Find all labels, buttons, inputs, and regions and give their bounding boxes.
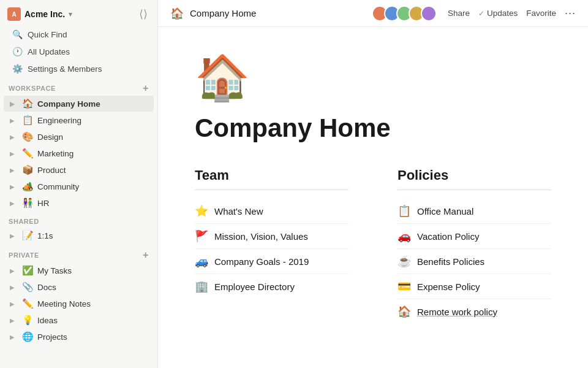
sidebar-item-company-home[interactable]: ▶ 🏠 Company Home bbox=[4, 96, 154, 112]
workspace-header: A Acme Inc. ▾ ⟨⟩ bbox=[0, 0, 157, 26]
workspace-section-label: WORKSPACE + bbox=[0, 77, 157, 95]
item-icon: 🎨 bbox=[22, 131, 34, 142]
item-label: Docs bbox=[37, 283, 56, 292]
policies-list: 📋 Office Manual 🚗 Vacation Policy ☕ Bene… bbox=[398, 199, 551, 324]
page-body: 🏠 Company Home Team ⭐ What's New 🚩 Missi… bbox=[158, 27, 588, 348]
team-list-item[interactable]: ⭐ What's New bbox=[195, 199, 349, 224]
sidebar-item-hr[interactable]: ▶ 👫 HR bbox=[4, 195, 154, 211]
settings-item[interactable]: ⚙️ Settings & Members bbox=[4, 61, 154, 77]
sidebar-item-docs[interactable]: ▶ 📎 Docs bbox=[4, 279, 154, 295]
list-item-icon: 🚗 bbox=[398, 229, 411, 243]
team-list-item[interactable]: 🚩 Mission, Vision, Values bbox=[195, 224, 349, 249]
sidebar-item-marketing[interactable]: ▶ ✏️ Marketing bbox=[4, 145, 154, 161]
topbar-title: Company Home bbox=[190, 8, 366, 18]
list-item-icon: 🚩 bbox=[195, 229, 208, 243]
settings-label: Settings & Members bbox=[28, 64, 102, 74]
quick-find-label: Quick Find bbox=[28, 30, 67, 39]
policies-list-item[interactable]: 🚗 Vacation Policy bbox=[398, 224, 551, 249]
main-content: 🏠 Company Home Share ✓ Updates Favorite … bbox=[158, 0, 588, 368]
favorite-label: Favorite bbox=[526, 9, 556, 18]
add-private-button[interactable]: + bbox=[143, 250, 149, 260]
sidebar-item-design[interactable]: ▶ 🎨 Design bbox=[4, 129, 154, 145]
item-label: Community bbox=[37, 182, 79, 191]
chevron-right-icon: ▶ bbox=[10, 101, 18, 107]
all-updates-label: All Updates bbox=[28, 47, 70, 56]
item-icon: 💡 bbox=[22, 315, 34, 326]
sidebar-item-1-1s[interactable]: ▶ 📝 1:1s bbox=[4, 228, 154, 243]
more-options-button[interactable]: ··· bbox=[565, 7, 576, 20]
all-updates-item[interactable]: 🕐 All Updates bbox=[4, 44, 154, 59]
team-list-item[interactable]: 🏢 Employee Directory bbox=[195, 274, 349, 299]
sidebar-item-projects[interactable]: ▶ 🌐 Projects bbox=[4, 329, 154, 345]
policies-list-item[interactable]: 🏠 Remote work policy bbox=[398, 299, 551, 324]
list-item-icon: 💳 bbox=[398, 280, 411, 293]
item-label: Meeting Notes bbox=[37, 299, 91, 309]
list-item-label: Benefits Policies bbox=[417, 256, 484, 267]
chevron-right-icon: ▶ bbox=[10, 284, 18, 291]
list-item-icon: ☕ bbox=[398, 255, 411, 268]
item-icon: 📦 bbox=[22, 164, 34, 175]
policies-list-item[interactable]: 📋 Office Manual bbox=[398, 199, 551, 224]
add-workspace-button[interactable]: + bbox=[143, 83, 149, 93]
updates-button[interactable]: ✓ Updates bbox=[478, 9, 518, 18]
workspace-items-list: ▶ 🏠 Company Home ▶ 📋 Engineering ▶ 🎨 Des… bbox=[0, 95, 157, 212]
private-items-list: ▶ ✅ My Tasks ▶ 📎 Docs ▶ ✏️ Meeting Notes… bbox=[0, 262, 157, 345]
gear-icon: ⚙️ bbox=[12, 64, 23, 74]
page-icon: 🏠 bbox=[170, 7, 184, 20]
item-label: Engineering bbox=[37, 116, 81, 125]
chevron-right-icon: ▶ bbox=[10, 167, 18, 174]
item-label: Product bbox=[37, 166, 66, 175]
share-label: Share bbox=[448, 9, 470, 18]
list-item-icon: 🏢 bbox=[195, 280, 208, 293]
workspace-name-label: Acme Inc. bbox=[24, 9, 65, 19]
chevron-right-icon: ▶ bbox=[10, 200, 18, 207]
item-icon: 🌐 bbox=[22, 331, 34, 342]
quick-find-item[interactable]: 🔍 Quick Find bbox=[4, 26, 154, 42]
favorite-button[interactable]: Favorite bbox=[526, 9, 556, 18]
item-icon: 📝 bbox=[22, 230, 34, 241]
sidebar-item-my-tasks[interactable]: ▶ ✅ My Tasks bbox=[4, 263, 154, 278]
item-icon: 🏕️ bbox=[22, 181, 34, 192]
item-label: Company Home bbox=[37, 99, 100, 109]
item-label: Design bbox=[37, 132, 63, 142]
policies-section-title: Policies bbox=[398, 167, 551, 190]
list-item-label: Remote work policy bbox=[417, 307, 497, 317]
item-icon: 📎 bbox=[22, 282, 34, 293]
list-item-icon: 🏠 bbox=[398, 305, 411, 318]
collaborator-avatars bbox=[372, 6, 437, 21]
workspace-name[interactable]: A Acme Inc. ▾ bbox=[7, 7, 72, 21]
item-icon: 📋 bbox=[22, 115, 34, 126]
list-item-icon: 🚙 bbox=[195, 255, 208, 268]
sidebar-item-engineering[interactable]: ▶ 📋 Engineering bbox=[4, 112, 154, 128]
policies-list-item[interactable]: ☕ Benefits Policies bbox=[398, 249, 551, 274]
shared-section-label: SHARED bbox=[0, 212, 157, 227]
item-icon: 🏠 bbox=[22, 98, 34, 109]
item-label: HR bbox=[37, 199, 50, 208]
topbar: 🏠 Company Home Share ✓ Updates Favorite … bbox=[158, 0, 588, 27]
collapse-sidebar-button[interactable]: ⟨⟩ bbox=[137, 6, 150, 22]
list-item-label: Expense Policy bbox=[417, 282, 480, 292]
item-label: My Tasks bbox=[37, 266, 72, 275]
list-item-label: What's New bbox=[214, 206, 263, 217]
item-icon: ✅ bbox=[22, 265, 34, 276]
item-icon: 👫 bbox=[22, 197, 34, 209]
item-label: Projects bbox=[37, 332, 67, 342]
check-icon: ✓ bbox=[478, 9, 484, 18]
workspace-avatar: A bbox=[7, 7, 21, 21]
topbar-actions: Share ✓ Updates Favorite ··· bbox=[448, 7, 576, 20]
sidebar-item-product[interactable]: ▶ 📦 Product bbox=[4, 162, 154, 178]
list-item-label: Vacation Policy bbox=[417, 231, 479, 242]
chevron-right-icon: ▶ bbox=[10, 267, 18, 274]
item-label: 1:1s bbox=[37, 231, 53, 240]
page-hero-icon: 🏠 bbox=[195, 52, 551, 104]
policies-list-item[interactable]: 💳 Expense Policy bbox=[398, 274, 551, 299]
private-section-label: PRIVATE + bbox=[0, 244, 157, 262]
team-list-item[interactable]: 🚙 Company Goals - 2019 bbox=[195, 249, 349, 274]
page-title: Company Home bbox=[195, 113, 551, 143]
sidebar-item-ideas[interactable]: ▶ 💡 Ideas bbox=[4, 312, 154, 328]
share-button[interactable]: Share bbox=[448, 9, 470, 18]
sidebar-item-community[interactable]: ▶ 🏕️ Community bbox=[4, 178, 154, 194]
item-icon: ✏️ bbox=[22, 298, 34, 309]
list-item-icon: ⭐ bbox=[195, 204, 208, 218]
sidebar-item-meeting-notes[interactable]: ▶ ✏️ Meeting Notes bbox=[4, 296, 154, 312]
